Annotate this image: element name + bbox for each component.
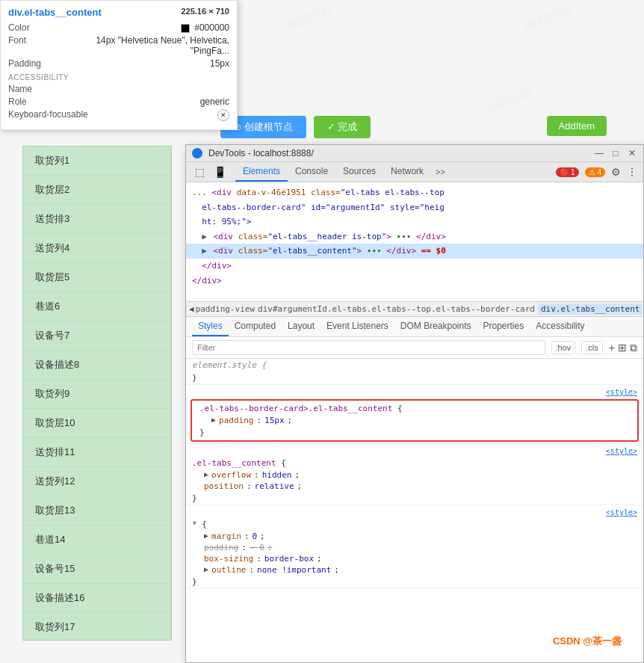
filter-icon-buttons: + ⊞ ⧉ bbox=[609, 342, 637, 354]
padding-value: 15px bbox=[264, 416, 285, 425]
dom-line[interactable]: </div> bbox=[186, 259, 643, 274]
list-item[interactable]: 取货列1 bbox=[23, 147, 171, 176]
styles-tab-accessibility[interactable]: Accessibility bbox=[530, 317, 590, 336]
settings-icon[interactable]: ⚙ bbox=[611, 166, 621, 178]
breadcrumb-back[interactable]: ◀ bbox=[189, 304, 194, 314]
inspect-icon[interactable]: ⬚ bbox=[192, 163, 208, 181]
css-source-style-1[interactable]: <style> bbox=[606, 388, 637, 396]
dom-line-selected[interactable]: ▶ <div class="el-tabs__content"> ••• </d… bbox=[186, 244, 643, 259]
breadcrumb-padding-view[interactable]: padding-view bbox=[196, 304, 255, 314]
css-source-style-2[interactable]: <style> bbox=[606, 447, 637, 455]
css-property-box-sizing: box-sizing : border-box ; bbox=[186, 553, 643, 564]
device-icon[interactable]: 📱 bbox=[211, 163, 229, 181]
tab-console[interactable]: Console bbox=[288, 162, 335, 182]
copy-styles-icon[interactable]: ⧉ bbox=[630, 342, 637, 354]
error-badge: 🔴 1 bbox=[556, 167, 578, 177]
overflow-prop-name: overflow bbox=[211, 470, 251, 480]
tooltip-title: div.el-tabs__content 225.16 × 710 bbox=[8, 7, 229, 18]
list-item[interactable]: 取货列17 bbox=[23, 613, 171, 641]
list-item[interactable]: 巷道14 bbox=[23, 525, 171, 555]
more-options-icon[interactable]: ⋮ bbox=[627, 166, 637, 178]
list-item[interactable]: 巷道6 bbox=[23, 292, 171, 321]
devtools-tab-bar: ⬚ 📱 Elements Console Sources Network >> … bbox=[186, 162, 643, 182]
add-item-button[interactable]: AddItem bbox=[547, 116, 607, 136]
filter-hov-button[interactable]: :hov bbox=[551, 341, 576, 354]
padding-arrow[interactable]: ▶ bbox=[211, 416, 216, 425]
element-style-text: element.style { bbox=[186, 359, 643, 371]
css-selector-1: .el-tabs--border-card>.el-tabs__content … bbox=[193, 402, 636, 415]
minimize-button[interactable]: — bbox=[594, 148, 604, 158]
styles-tab-computed[interactable]: Computed bbox=[229, 317, 282, 336]
list-item[interactable]: 送货列12 bbox=[23, 467, 171, 496]
css-property-overflow: ▶ overflow : hidden ; bbox=[186, 469, 643, 481]
dom-line[interactable]: el-tabs--border-card" id="argumentId" st… bbox=[186, 200, 643, 215]
padding-colon: : bbox=[256, 416, 261, 425]
list-item[interactable]: 设备号15 bbox=[23, 555, 171, 584]
tab-elements[interactable]: Elements bbox=[235, 162, 288, 182]
box-sizing-colon: : bbox=[256, 554, 261, 564]
tooltip-padding-row: Padding 15px bbox=[8, 58, 229, 69]
devtools-breadcrumb: ◀ padding-view div#argumentId.el-tabs.el… bbox=[186, 302, 643, 317]
devtools-favicon bbox=[192, 148, 202, 158]
margin-value: 0 bbox=[252, 531, 257, 541]
tooltip-role-label: Role bbox=[8, 96, 68, 107]
styles-tab-properties[interactable]: Properties bbox=[477, 317, 530, 336]
element-tooltip: div.el-tabs__content 225.16 × 710 Color … bbox=[0, 0, 238, 130]
dom-line[interactable]: </div> bbox=[186, 274, 643, 289]
inspect-element-icon[interactable]: ⊞ bbox=[618, 342, 627, 354]
list-item[interactable]: 送货排11 bbox=[23, 438, 171, 467]
margin-prop-name: margin bbox=[211, 531, 241, 541]
breadcrumb-tabs-content[interactable]: div.el-tabs__content bbox=[538, 303, 643, 315]
css-rule-header-3: <style> bbox=[186, 505, 643, 518]
left-list-panel: 取货列1 取货层2 送货排3 送货列4 取货层5 巷道6 设备号7 设备描述8 … bbox=[22, 146, 172, 641]
styles-tab-layout[interactable]: Layout bbox=[282, 317, 321, 336]
css-selector-star: * { bbox=[186, 518, 643, 531]
styles-tab-dom-breakpoints[interactable]: DOM Breakpoints bbox=[394, 317, 477, 336]
list-item[interactable]: 取货层2 bbox=[23, 176, 171, 205]
more-tabs-button[interactable]: >> bbox=[431, 164, 450, 180]
close-button[interactable]: ✕ bbox=[627, 148, 637, 158]
tooltip-role-value: generic bbox=[200, 96, 229, 107]
tab-network[interactable]: Network bbox=[383, 162, 431, 182]
list-item[interactable]: 送货排3 bbox=[23, 205, 171, 234]
highlighted-close: } bbox=[193, 426, 636, 439]
breadcrumb-argument-id[interactable]: div#argumentId.el-tabs.el-tabs--top.el-t… bbox=[258, 304, 535, 314]
list-item[interactable]: 设备描述8 bbox=[23, 351, 171, 380]
css-rule-star: <style> * { ▶ margin : 0 ; padding : → 0… bbox=[186, 505, 643, 589]
maximize-button[interactable]: □ bbox=[610, 148, 621, 158]
devtools-title: DevTools - localhost:8888/ bbox=[208, 148, 588, 158]
styles-tab-styles[interactable]: Styles bbox=[192, 317, 229, 336]
csdn-label: CSDN @茶一盏 bbox=[553, 635, 622, 648]
list-item[interactable]: 设备号7 bbox=[23, 321, 171, 351]
css-rule-content: <style> .el-tabs__content { ▶ overflow :… bbox=[186, 444, 643, 505]
css-property-padding: ▶ padding : 15px ; bbox=[193, 415, 636, 426]
add-rule-icon[interactable]: + bbox=[609, 342, 615, 354]
list-item[interactable]: 取货层5 bbox=[23, 263, 171, 292]
complete-button[interactable]: ✓ 完成 bbox=[314, 116, 371, 138]
css-source-style-3[interactable]: <style> bbox=[606, 508, 637, 516]
tooltip-name-label: Name bbox=[8, 84, 68, 94]
filter-input[interactable] bbox=[192, 340, 545, 355]
css-rule-header-1: <style> bbox=[186, 385, 643, 398]
dom-line[interactable]: ht: 95%;"> bbox=[186, 215, 643, 229]
devtools-tab-icons: ⬚ 📱 bbox=[192, 163, 229, 181]
outline-arrow[interactable]: ▶ bbox=[204, 565, 208, 575]
list-item[interactable]: 取货层10 bbox=[23, 409, 171, 438]
position-prop-name: position bbox=[204, 481, 244, 491]
overflow-arrow[interactable]: ▶ bbox=[204, 470, 208, 480]
list-item[interactable]: 设备描述16 bbox=[23, 584, 171, 613]
dom-line[interactable]: ... <div data-v-46e1951 class="el-tabs e… bbox=[186, 185, 643, 200]
tooltip-color-label: Color bbox=[8, 22, 68, 33]
margin-arrow[interactable]: ▶ bbox=[204, 531, 208, 541]
styles-tab-event-listeners[interactable]: Event Listeners bbox=[321, 317, 394, 336]
list-item[interactable]: 取货列9 bbox=[23, 380, 171, 409]
tooltip-keyboard-row: Keyboard-focusable ✕ bbox=[8, 109, 229, 121]
list-item[interactable]: 取货层13 bbox=[23, 496, 171, 525]
list-item[interactable]: 送货列4 bbox=[23, 234, 171, 263]
tooltip-keyboard-value: ✕ bbox=[217, 109, 229, 121]
position-value: relative bbox=[255, 481, 294, 491]
tab-sources[interactable]: Sources bbox=[335, 162, 383, 182]
filter-cls-button[interactable]: .cls bbox=[581, 341, 603, 354]
dom-line[interactable]: ▶ <div class="el-tabs__header is-top"> •… bbox=[186, 229, 643, 244]
tooltip-role-row: Role generic bbox=[8, 96, 229, 107]
